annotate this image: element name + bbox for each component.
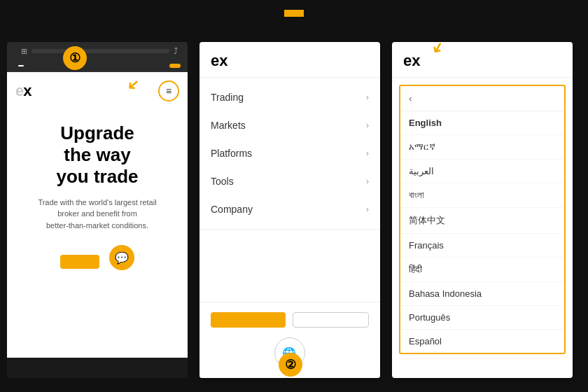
browser-bar: ⊞ ⤴ <box>7 42 188 60</box>
language-back-btn[interactable]: ‹ <box>400 86 564 111</box>
panel1-content: ex ≡ Upgradethe wayyou trade Trade with … <box>7 72 188 358</box>
lang-item-amharic[interactable]: አማርኛ <box>400 135 564 160</box>
chevron-tools: › <box>366 176 369 186</box>
auth-buttons <box>211 312 369 328</box>
menu-item-platforms-label: Platforms <box>211 148 252 159</box>
menu-item-trading[interactable]: Trading › <box>200 83 380 111</box>
menu-item-company-label: Company <box>211 204 253 215</box>
exness-logo: ex <box>15 82 31 100</box>
menu-button[interactable]: ≡ <box>158 80 179 102</box>
panel3-header: ex <box>392 42 573 78</box>
hero-title: Upgradethe wayyou trade <box>15 122 179 188</box>
register-button-hero[interactable] <box>60 255 99 269</box>
panel2-menu: ex Trading › Markets › Platforms › Tools… <box>200 42 380 378</box>
lang-item-arabic[interactable]: العربية <box>400 160 564 183</box>
panel1-header: ex ≡ <box>15 80 179 102</box>
sign-in-button-menu[interactable] <box>293 312 369 328</box>
menu-item-markets-label: Markets <box>211 120 246 131</box>
panel3-logo: ex <box>403 52 421 70</box>
install-logo <box>18 65 24 66</box>
menu-item-tools-label: Tools <box>211 176 234 187</box>
chevron-trading: › <box>366 92 369 102</box>
lang-item-english[interactable]: English <box>400 111 564 135</box>
chevron-platforms: › <box>366 148 369 158</box>
language-list: English አማርኛ العربية বাংলা 简体中文 Français… <box>400 111 564 353</box>
badge-number-2: ② <box>279 353 302 377</box>
browser-share[interactable]: ⤴ <box>174 46 178 56</box>
browser-url <box>31 49 169 53</box>
hero-subtitle: Trade with the world's largest retailbro… <box>15 197 179 232</box>
language-panel: ‹ English አማርኛ العربية বাংলা 简体中文 França… <box>399 85 566 354</box>
badge-number-1: ① <box>63 46 87 70</box>
lang-item-bengali[interactable]: বাংলা <box>400 183 564 208</box>
annotation-label <box>284 10 304 17</box>
lang-item-portuguese[interactable]: Português <box>400 306 564 330</box>
panel2-logo: ex <box>211 52 228 70</box>
header-right: ≡ <box>153 80 179 102</box>
panel2-header: ex <box>200 42 380 78</box>
chat-button[interactable]: 💬 <box>109 245 134 270</box>
menu-items-list: Trading › Markets › Platforms › Tools › … <box>200 78 380 230</box>
register-button-menu[interactable] <box>211 312 286 328</box>
install-bar <box>7 60 188 72</box>
menu-item-partners[interactable] <box>200 230 380 246</box>
menu-item-trading-label: Trading <box>211 92 244 103</box>
menu-item-markets[interactable]: Markets › <box>200 111 380 139</box>
browser-tabs[interactable]: ⊞ <box>21 47 27 56</box>
chevron-company: › <box>366 204 369 214</box>
install-button[interactable] <box>169 64 181 68</box>
panel3-language: ex ‹ English አማርኛ العربية বাংলা 简体中文 Fra… <box>392 42 573 378</box>
hero-section: Upgradethe wayyou trade Trade with the w… <box>15 115 179 277</box>
lang-item-indonesian[interactable]: Bahasa Indonesia <box>400 282 564 306</box>
menu-item-platforms[interactable]: Platforms › <box>200 139 380 167</box>
menu-item-tools[interactable]: Tools › <box>200 167 380 195</box>
lang-item-spanish[interactable]: Español <box>400 330 564 353</box>
panel1-browser: ⊞ ⤴ ex ≡ Upgradethe wayyou trade Trade w… <box>7 42 188 378</box>
lang-item-chinese[interactable]: 简体中文 <box>400 208 564 234</box>
lang-item-french[interactable]: Français <box>400 234 564 258</box>
hamburger-icon: ≡ <box>166 85 172 97</box>
lang-item-hindi[interactable]: हिंदी <box>400 258 564 282</box>
chevron-markets: › <box>366 120 369 130</box>
menu-item-company[interactable]: Company › <box>200 195 380 223</box>
back-arrow-icon: ‹ <box>409 93 412 104</box>
